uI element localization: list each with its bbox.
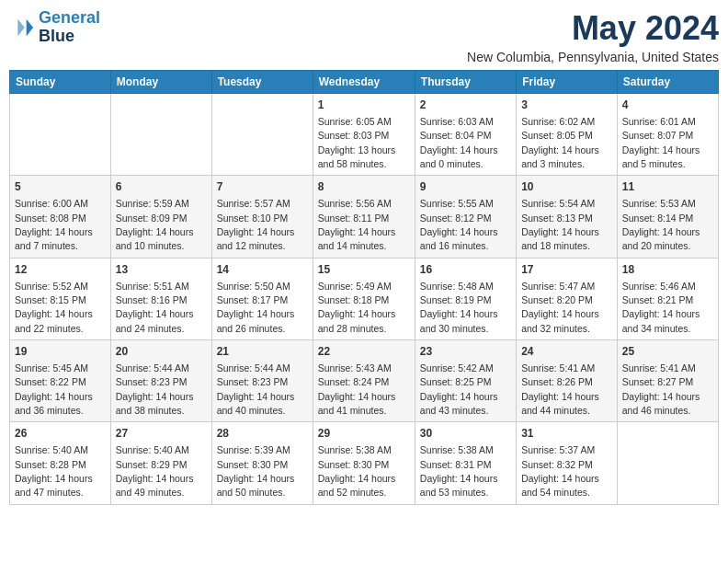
cell-content: Sunrise: 6:03 AMSunset: 8:04 PMDaylight:… — [420, 116, 498, 169]
calendar-cell: 6Sunrise: 5:59 AMSunset: 8:09 PMDaylight… — [110, 176, 211, 258]
week-row-5: 26Sunrise: 5:40 AMSunset: 8:28 PMDayligh… — [10, 422, 719, 504]
cell-content: Sunrise: 5:56 AMSunset: 8:11 PMDaylight:… — [318, 198, 396, 251]
calendar-cell: 22Sunrise: 5:43 AMSunset: 8:24 PMDayligh… — [313, 340, 415, 422]
calendar-cell: 11Sunrise: 5:53 AMSunset: 8:14 PMDayligh… — [617, 176, 718, 258]
calendar-cell: 12Sunrise: 5:52 AMSunset: 8:15 PMDayligh… — [10, 258, 111, 339]
calendar-cell: 14Sunrise: 5:50 AMSunset: 8:17 PMDayligh… — [211, 258, 313, 339]
day-number: 19 — [15, 344, 106, 360]
day-number: 24 — [521, 344, 612, 360]
calendar-cell: 31Sunrise: 5:37 AMSunset: 8:32 PMDayligh… — [517, 422, 618, 504]
day-number: 8 — [318, 179, 410, 195]
day-number: 4 — [622, 98, 713, 113]
day-header-friday: Friday — [517, 71, 618, 94]
day-number: 29 — [318, 426, 410, 442]
calendar-cell — [211, 94, 313, 176]
calendar-cell: 30Sunrise: 5:38 AMSunset: 8:31 PMDayligh… — [415, 422, 516, 504]
calendar-cell: 15Sunrise: 5:49 AMSunset: 8:18 PMDayligh… — [313, 258, 415, 339]
day-number: 11 — [622, 179, 713, 195]
cell-content: Sunrise: 5:46 AMSunset: 8:21 PMDaylight:… — [622, 281, 700, 334]
cell-content: Sunrise: 5:44 AMSunset: 8:23 PMDaylight:… — [116, 362, 194, 416]
cell-content: Sunrise: 5:50 AMSunset: 8:17 PMDaylight:… — [217, 281, 295, 334]
cell-content: Sunrise: 5:47 AMSunset: 8:20 PMDaylight:… — [521, 281, 599, 334]
day-number: 31 — [521, 426, 612, 442]
day-header-wednesday: Wednesday — [313, 71, 415, 94]
calendar-cell: 23Sunrise: 5:42 AMSunset: 8:25 PMDayligh… — [415, 340, 516, 422]
cell-content: Sunrise: 5:42 AMSunset: 8:25 PMDaylight:… — [420, 362, 498, 416]
location: New Columbia, Pennsylvania, United State… — [467, 50, 719, 64]
day-number: 15 — [318, 262, 410, 278]
calendar-cell: 18Sunrise: 5:46 AMSunset: 8:21 PMDayligh… — [617, 258, 718, 339]
cell-content: Sunrise: 5:41 AMSunset: 8:26 PMDaylight:… — [521, 362, 599, 416]
cell-content: Sunrise: 5:48 AMSunset: 8:19 PMDaylight:… — [420, 281, 498, 334]
cell-content: Sunrise: 5:59 AMSunset: 8:09 PMDaylight:… — [116, 198, 194, 251]
day-number: 1 — [318, 98, 410, 113]
calendar-cell: 5Sunrise: 6:00 AMSunset: 8:08 PMDaylight… — [10, 176, 111, 258]
logo: General Blue — [9, 9, 100, 46]
day-number: 9 — [420, 179, 511, 195]
day-number: 18 — [622, 262, 713, 278]
day-number: 14 — [217, 262, 308, 278]
page-header: General Blue May 2024 New Columbia, Penn… — [9, 9, 719, 64]
cell-content: Sunrise: 6:02 AMSunset: 8:05 PMDaylight:… — [521, 116, 599, 169]
calendar-cell: 29Sunrise: 5:38 AMSunset: 8:30 PMDayligh… — [313, 422, 415, 504]
day-number: 30 — [420, 426, 511, 442]
day-number: 7 — [217, 179, 308, 195]
day-number: 27 — [116, 426, 207, 442]
cell-content: Sunrise: 5:57 AMSunset: 8:10 PMDaylight:… — [217, 198, 295, 251]
cell-content: Sunrise: 5:41 AMSunset: 8:27 PMDaylight:… — [622, 362, 700, 416]
day-number: 28 — [217, 426, 308, 442]
day-header-saturday: Saturday — [617, 71, 718, 94]
cell-content: Sunrise: 5:51 AMSunset: 8:16 PMDaylight:… — [116, 281, 194, 334]
cell-content: Sunrise: 5:37 AMSunset: 8:32 PMDaylight:… — [521, 444, 599, 498]
calendar-cell: 19Sunrise: 5:45 AMSunset: 8:22 PMDayligh… — [10, 340, 111, 422]
cell-content: Sunrise: 5:53 AMSunset: 8:14 PMDaylight:… — [622, 198, 700, 251]
day-number: 5 — [15, 179, 106, 195]
day-number: 23 — [420, 344, 511, 360]
cell-content: Sunrise: 6:05 AMSunset: 8:03 PMDaylight:… — [318, 116, 396, 169]
day-number: 3 — [521, 98, 612, 113]
calendar-cell: 13Sunrise: 5:51 AMSunset: 8:16 PMDayligh… — [110, 258, 211, 339]
day-number: 13 — [116, 262, 207, 278]
cell-content: Sunrise: 5:43 AMSunset: 8:24 PMDaylight:… — [318, 362, 396, 416]
calendar-cell — [617, 422, 718, 504]
day-number: 25 — [622, 344, 713, 360]
calendar-cell — [10, 94, 111, 176]
day-header-thursday: Thursday — [415, 71, 516, 94]
cell-content: Sunrise: 5:38 AMSunset: 8:30 PMDaylight:… — [318, 444, 396, 498]
calendar-cell: 17Sunrise: 5:47 AMSunset: 8:20 PMDayligh… — [517, 258, 618, 339]
cell-content: Sunrise: 5:52 AMSunset: 8:15 PMDaylight:… — [15, 281, 93, 334]
title-block: May 2024 New Columbia, Pennsylvania, Uni… — [467, 9, 719, 64]
cell-content: Sunrise: 6:01 AMSunset: 8:07 PMDaylight:… — [622, 116, 700, 169]
calendar-cell: 27Sunrise: 5:40 AMSunset: 8:29 PMDayligh… — [110, 422, 211, 504]
cell-content: Sunrise: 5:49 AMSunset: 8:18 PMDaylight:… — [318, 281, 396, 334]
day-number: 6 — [116, 179, 207, 195]
day-number: 10 — [521, 179, 612, 195]
calendar-cell: 1Sunrise: 6:05 AMSunset: 8:03 PMDaylight… — [313, 94, 415, 176]
calendar-cell — [110, 94, 211, 176]
week-row-3: 12Sunrise: 5:52 AMSunset: 8:15 PMDayligh… — [10, 258, 719, 339]
calendar-cell: 21Sunrise: 5:44 AMSunset: 8:23 PMDayligh… — [211, 340, 313, 422]
svg-marker-1 — [17, 18, 24, 36]
svg-marker-0 — [27, 18, 33, 36]
cell-content: Sunrise: 5:39 AMSunset: 8:30 PMDaylight:… — [217, 444, 295, 498]
logo-text: General Blue — [39, 9, 100, 46]
week-row-4: 19Sunrise: 5:45 AMSunset: 8:22 PMDayligh… — [10, 340, 719, 422]
calendar-cell: 2Sunrise: 6:03 AMSunset: 8:04 PMDaylight… — [415, 94, 516, 176]
cell-content: Sunrise: 5:40 AMSunset: 8:28 PMDaylight:… — [15, 444, 93, 498]
header-row: SundayMondayTuesdayWednesdayThursdayFrid… — [10, 71, 719, 94]
calendar-cell: 28Sunrise: 5:39 AMSunset: 8:30 PMDayligh… — [211, 422, 313, 504]
calendar-cell: 7Sunrise: 5:57 AMSunset: 8:10 PMDaylight… — [211, 176, 313, 258]
calendar-cell: 10Sunrise: 5:54 AMSunset: 8:13 PMDayligh… — [517, 176, 618, 258]
cell-content: Sunrise: 5:55 AMSunset: 8:12 PMDaylight:… — [420, 198, 498, 251]
cell-content: Sunrise: 5:44 AMSunset: 8:23 PMDaylight:… — [217, 362, 295, 416]
day-header-sunday: Sunday — [10, 71, 111, 94]
calendar-table: SundayMondayTuesdayWednesdayThursdayFrid… — [9, 70, 719, 505]
day-number: 2 — [420, 98, 511, 113]
week-row-1: 1Sunrise: 6:05 AMSunset: 8:03 PMDaylight… — [10, 94, 719, 176]
day-number: 26 — [15, 426, 106, 442]
calendar-cell: 26Sunrise: 5:40 AMSunset: 8:28 PMDayligh… — [10, 422, 111, 504]
calendar-cell: 9Sunrise: 5:55 AMSunset: 8:12 PMDaylight… — [415, 176, 516, 258]
cell-content: Sunrise: 5:54 AMSunset: 8:13 PMDaylight:… — [521, 198, 599, 251]
day-number: 17 — [521, 262, 612, 278]
calendar-cell: 16Sunrise: 5:48 AMSunset: 8:19 PMDayligh… — [415, 258, 516, 339]
